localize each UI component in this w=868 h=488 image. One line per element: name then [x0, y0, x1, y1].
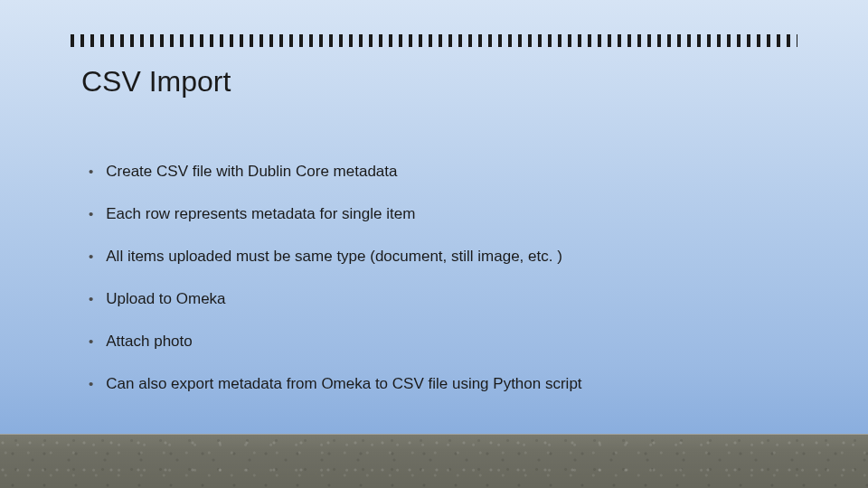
list-item: • Can also export metadata from Omeka to…	[89, 375, 814, 393]
list-item: • All items uploaded must be same type (…	[89, 248, 814, 266]
bullet-icon: •	[89, 375, 93, 393]
decorative-footer-texture	[0, 434, 868, 488]
bullet-text: Can also export metadata from Omeka to C…	[106, 375, 581, 393]
bullet-text: Create CSV file with Dublin Core metadat…	[106, 163, 397, 181]
bullet-icon: •	[89, 205, 93, 223]
bullet-text: All items uploaded must be same type (do…	[106, 248, 562, 266]
bullet-text: Upload to Omeka	[106, 290, 225, 308]
bullet-icon: •	[89, 163, 93, 181]
slide-title: CSV Import	[81, 65, 231, 99]
bullet-icon: •	[89, 290, 93, 308]
list-item: • Each row represents metadata for singl…	[89, 205, 814, 223]
bullet-icon: •	[89, 333, 93, 351]
list-item: • Upload to Omeka	[89, 290, 814, 308]
slide-content: • Create CSV file with Dublin Core metad…	[89, 163, 814, 418]
decorative-dashed-border	[71, 34, 797, 47]
presentation-slide: CSV Import • Create CSV file with Dublin…	[0, 0, 868, 488]
list-item: • Create CSV file with Dublin Core metad…	[89, 163, 814, 181]
bullet-text: Attach photo	[106, 333, 192, 351]
list-item: • Attach photo	[89, 333, 814, 351]
bullet-icon: •	[89, 248, 93, 266]
bullet-text: Each row represents metadata for single …	[106, 205, 415, 223]
